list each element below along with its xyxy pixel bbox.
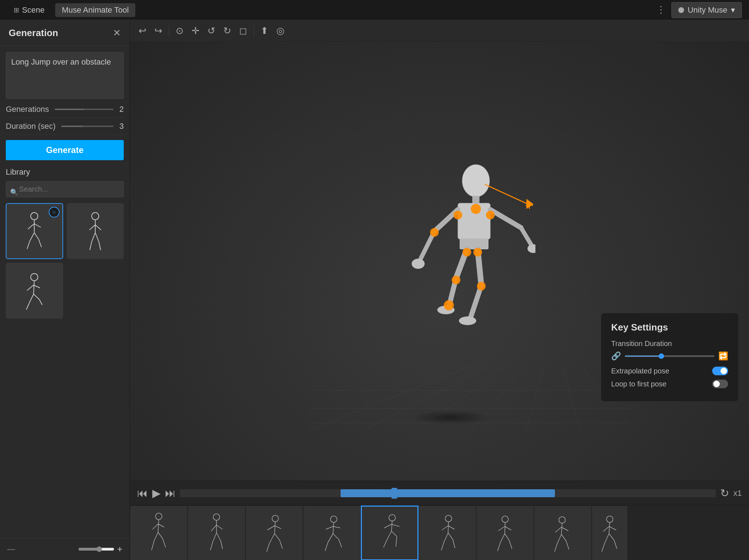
- duration-bar: [61, 126, 114, 127]
- keyframe-1[interactable]: [130, 506, 188, 560]
- figure-2: [76, 209, 115, 253]
- timeline-repeat-button[interactable]: ↻: [720, 487, 729, 499]
- library-grid: ○: [6, 203, 124, 319]
- svg-line-107: [444, 533, 448, 542]
- svg-line-6: [27, 241, 30, 249]
- unity-muse-button[interactable]: Unity Muse ▾: [671, 2, 742, 18]
- svg-line-69: [152, 541, 154, 550]
- kf-figure-7: [492, 511, 518, 555]
- viewport[interactable]: Key Settings Transition Duration 🔗 🔁 Ext…: [130, 42, 749, 481]
- tool-tab-label: Muse Animate Tool: [62, 5, 128, 15]
- loop-toggle[interactable]: [712, 380, 728, 388]
- close-button[interactable]: ✕: [113, 27, 121, 39]
- tool-4-button[interactable]: ↻: [220, 23, 234, 39]
- transition-label: Transition Duration: [611, 340, 728, 348]
- zoom-plus[interactable]: +: [117, 544, 122, 554]
- generations-row: Generations 2: [6, 101, 124, 118]
- svg-point-59: [444, 300, 454, 310]
- svg-line-88: [333, 522, 334, 534]
- svg-line-133: [602, 543, 605, 552]
- scene-tab[interactable]: ⊞ Scene: [7, 3, 51, 17]
- timeline-progress: [341, 489, 555, 497]
- svg-line-105: [442, 526, 448, 530]
- search-input[interactable]: [6, 181, 124, 197]
- svg-line-4: [30, 233, 34, 241]
- loop-label: Loop to first pose: [611, 380, 666, 388]
- svg-line-129: [603, 526, 609, 531]
- character-svg: [398, 156, 535, 365]
- svg-line-124: [561, 534, 566, 541]
- redo-button[interactable]: ↪: [152, 23, 165, 39]
- panel-title: Generation: [9, 27, 58, 39]
- svg-line-126: [566, 541, 569, 550]
- svg-line-100: [391, 531, 397, 537]
- svg-line-123: [557, 534, 561, 543]
- right-area: ↩ ↪ ⊙ ✛ ↺ ↻ ◻ ⬆ ◎: [130, 20, 749, 560]
- keyframe-5[interactable]: [361, 506, 419, 560]
- svg-line-110: [453, 539, 455, 548]
- svg-line-117: [498, 542, 500, 551]
- timeline-bar[interactable]: [180, 489, 716, 497]
- tool-2-button[interactable]: ✛: [189, 23, 202, 39]
- keyframe-strip: [130, 506, 749, 560]
- generations-bar-fill: [55, 109, 84, 110]
- tool-1-button[interactable]: ⊙: [173, 23, 187, 39]
- undo-button[interactable]: ↩: [136, 23, 149, 39]
- kf-figure-8: [550, 511, 575, 555]
- svg-line-128: [609, 522, 610, 534]
- export-button[interactable]: ⬆: [258, 23, 271, 39]
- left-panel: Generation ✕ Long Jump over an obstacle …: [0, 20, 130, 560]
- svg-line-2: [28, 224, 34, 229]
- svg-line-66: [158, 524, 164, 527]
- tool-tab[interactable]: Muse Animate Tool: [55, 3, 135, 17]
- kf-figure-2: [204, 511, 229, 555]
- timeline-rewind-button[interactable]: ⏮: [137, 487, 148, 499]
- svg-line-21: [34, 294, 39, 299]
- tool-3-button[interactable]: ↺: [205, 23, 218, 39]
- keyframe-4[interactable]: [303, 506, 361, 560]
- svg-line-113: [498, 526, 505, 531]
- svg-line-120: [561, 523, 562, 534]
- svg-line-77: [210, 542, 213, 550]
- library-item-2[interactable]: [67, 203, 124, 259]
- library-item-1[interactable]: ○: [6, 203, 63, 259]
- keyframe-8[interactable]: [534, 506, 592, 560]
- svg-line-65: [153, 524, 158, 529]
- more-button[interactable]: ⋮: [653, 3, 669, 17]
- svg-line-73: [211, 525, 216, 531]
- generate-button[interactable]: Generate: [6, 140, 124, 160]
- svg-point-34: [462, 165, 490, 197]
- keyframe-7[interactable]: [476, 506, 534, 560]
- toolbar-sep-2: [254, 26, 254, 36]
- timeline-forward-button[interactable]: ⏭: [165, 487, 176, 499]
- svg-line-86: [280, 540, 282, 549]
- timeline-speed: x1: [733, 489, 742, 498]
- tool-5-button[interactable]: ◻: [236, 23, 250, 39]
- svg-line-109: [441, 542, 444, 550]
- extrapolated-toggle[interactable]: [712, 367, 728, 375]
- main-layout: Generation ✕ Long Jump over an obstacle …: [0, 20, 749, 560]
- timeline-handle[interactable]: [391, 488, 397, 499]
- keyframe-6[interactable]: [419, 506, 476, 560]
- keyframe-3[interactable]: [245, 506, 303, 560]
- svg-line-101: [384, 539, 387, 547]
- keyframe-2[interactable]: [188, 506, 245, 560]
- library-item-3[interactable]: [6, 263, 63, 319]
- keyframe-9[interactable]: [592, 506, 628, 560]
- svg-line-50: [470, 285, 481, 318]
- save-button[interactable]: ◎: [273, 23, 288, 39]
- svg-line-43: [485, 184, 528, 204]
- prompt-textarea[interactable]: Long Jump over an obstacle: [6, 52, 124, 99]
- svg-point-95: [389, 515, 395, 521]
- top-bar: ⊞ Scene Muse Animate Tool ⋮ Unity Muse ▾: [0, 0, 749, 20]
- svg-line-118: [509, 540, 512, 549]
- muse-dot-icon: [678, 7, 684, 13]
- svg-point-52: [471, 204, 481, 214]
- timeline-play-button[interactable]: ▶: [152, 487, 161, 499]
- zoom-slider[interactable]: [78, 546, 114, 552]
- grid-icon: ⊞: [14, 6, 19, 14]
- svg-point-79: [272, 515, 279, 522]
- transition-slider[interactable]: [625, 355, 715, 357]
- svg-point-39: [412, 259, 425, 269]
- panel-footer: — +: [0, 538, 130, 560]
